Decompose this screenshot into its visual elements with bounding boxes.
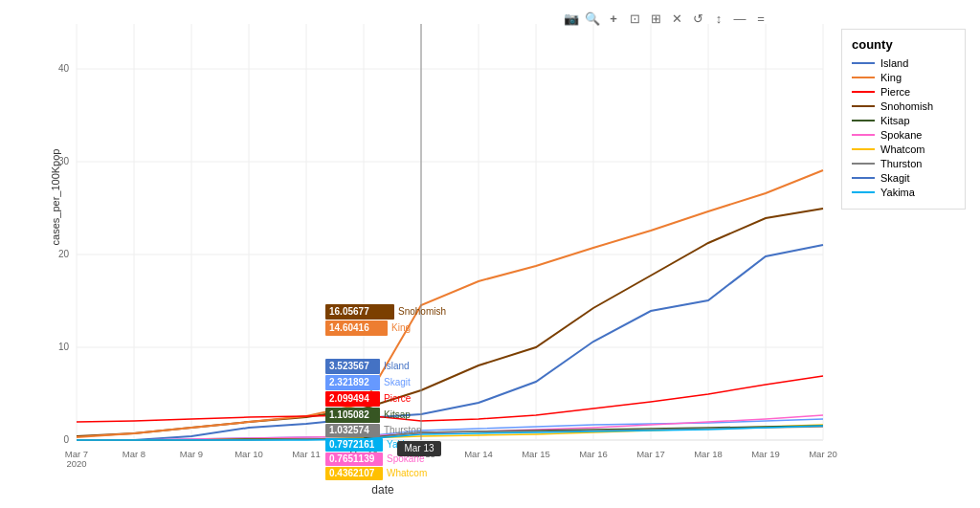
svg-text:Mar 10: Mar 10 — [234, 449, 263, 459]
svg-text:Thurston: Thurston — [384, 425, 421, 435]
svg-text:2.321892: 2.321892 — [329, 377, 369, 387]
svg-text:2020: 2020 — [66, 458, 86, 469]
svg-text:Mar 17: Mar 17 — [636, 449, 665, 459]
line-snohomish — [77, 209, 823, 436]
svg-text:King: King — [391, 322, 411, 333]
svg-text:Kitsap: Kitsap — [384, 409, 411, 420]
svg-text:16.05677: 16.05677 — [329, 306, 369, 317]
svg-text:Whatcom: Whatcom — [387, 468, 427, 478]
svg-text:Mar 20: Mar 20 — [809, 449, 837, 459]
svg-text:1.105082: 1.105082 — [329, 409, 369, 420]
line-pierce — [77, 376, 823, 422]
svg-text:0: 0 — [63, 434, 69, 445]
svg-text:Mar 9: Mar 9 — [180, 449, 203, 459]
line-island — [77, 245, 823, 440]
svg-text:Mar 11: Mar 11 — [292, 449, 321, 459]
svg-text:Skagit: Skagit — [384, 377, 411, 387]
svg-text:3.523567: 3.523567 — [329, 361, 369, 371]
svg-text:20: 20 — [58, 249, 70, 259]
svg-text:Mar 18: Mar 18 — [694, 449, 723, 459]
svg-text:40: 40 — [58, 63, 70, 74]
svg-text:2.099494: 2.099494 — [329, 393, 369, 404]
svg-text:Snohomish: Snohomish — [398, 306, 446, 317]
svg-text:0.4362107: 0.4362107 — [329, 468, 375, 478]
svg-text:14.60416: 14.60416 — [329, 322, 369, 333]
svg-text:Mar 16: Mar 16 — [579, 449, 608, 459]
svg-text:0.7972161: 0.7972161 — [329, 439, 375, 450]
svg-text:Mar 8: Mar 8 — [122, 449, 145, 459]
svg-text:Mar 15: Mar 15 — [522, 449, 550, 459]
svg-text:10: 10 — [58, 342, 70, 352]
svg-text:Mar 14: Mar 14 — [464, 449, 493, 459]
chart-container: 📷 🔍 + ⊡ ⊞ ✕ ↺ ↕ — = cases_per_100Kpop da… — [0, 0, 980, 508]
line-king — [77, 170, 823, 437]
svg-text:Island: Island — [384, 361, 410, 371]
svg-text:Mar 19: Mar 19 — [751, 449, 780, 459]
svg-text:1.032574: 1.032574 — [329, 425, 369, 435]
svg-text:Mar 13: Mar 13 — [404, 443, 434, 453]
svg-text:30: 30 — [58, 156, 70, 166]
svg-text:Pierce: Pierce — [384, 393, 412, 404]
main-chart: 0 10 20 30 40 Mar 7 2020 Mar 8 Mar 9 Mar… — [0, 0, 980, 508]
svg-text:0.7651139: 0.7651139 — [329, 453, 375, 464]
